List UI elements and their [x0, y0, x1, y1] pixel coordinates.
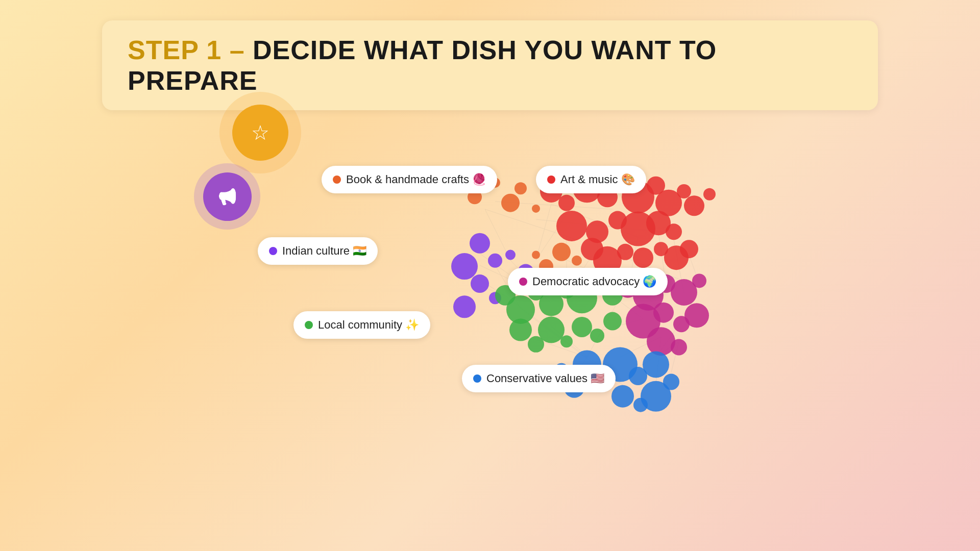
network-area: ☆ 📢 [179, 82, 801, 520]
svg-line-11 [620, 337, 661, 357]
svg-line-15 [464, 270, 505, 296]
svg-line-2 [536, 219, 664, 232]
svg-line-19 [612, 296, 643, 319]
badge-label-art-music: Art & music 🎨 [560, 173, 635, 186]
step-label: STEP 1 – [128, 35, 245, 65]
megaphone-icon: 📢 [218, 188, 237, 206]
badge-label-indian-culture: Indian culture 🇮🇳 [282, 244, 366, 258]
svg-line-21 [587, 288, 625, 357]
megaphone-circle-outer: 📢 [194, 163, 260, 230]
badge-label-democratic-advocacy: Democratic advocacy 🌍 [532, 275, 656, 288]
badge-indian-culture[interactable]: Indian culture 🇮🇳 [258, 237, 378, 265]
svg-line-29 [536, 339, 587, 357]
badge-book-crafts[interactable]: Book & handmade crafts 🧶 [322, 166, 497, 193]
star-icon: ☆ [251, 121, 270, 144]
svg-line-34 [536, 204, 551, 260]
badge-art-music[interactable]: Art & music 🎨 [536, 166, 646, 193]
svg-line-22 [536, 214, 567, 260]
svg-line-27 [480, 286, 505, 296]
badge-conservative-values[interactable]: Conservative values 🇺🇸 [462, 365, 616, 392]
badge-label-local-community: Local community ✨ [318, 318, 419, 332]
badge-local-community[interactable]: Local community ✨ [293, 311, 430, 339]
badge-dot-democratic-advocacy [519, 278, 527, 286]
svg-line-20 [656, 321, 681, 357]
svg-line-26 [674, 240, 684, 293]
svg-line-33 [485, 209, 510, 260]
svg-line-32 [671, 342, 679, 372]
badge-label-book-crafts: Book & handmade crafts 🧶 [346, 173, 486, 186]
badge-dot-conservative-values [473, 374, 481, 383]
badge-democratic-advocacy[interactable]: Democratic advocacy 🌍 [508, 268, 668, 295]
megaphone-circle-inner: 📢 [203, 172, 252, 221]
badge-dot-local-community [305, 321, 313, 329]
badge-dot-art-music [547, 176, 555, 184]
star-circle-inner: ☆ [232, 105, 288, 161]
badge-label-conservative-values: Conservative values 🇺🇸 [486, 372, 604, 385]
badge-dot-indian-culture [269, 247, 277, 255]
svg-line-6 [505, 296, 587, 357]
svg-line-18 [597, 319, 643, 332]
star-circle-outer: ☆ [219, 92, 301, 173]
svg-line-0 [485, 209, 577, 240]
badge-dot-book-crafts [333, 176, 341, 184]
svg-line-3 [551, 204, 638, 237]
svg-line-1 [495, 202, 612, 209]
svg-line-38 [689, 255, 699, 283]
svg-line-12 [638, 342, 679, 367]
svg-line-31 [656, 337, 661, 385]
